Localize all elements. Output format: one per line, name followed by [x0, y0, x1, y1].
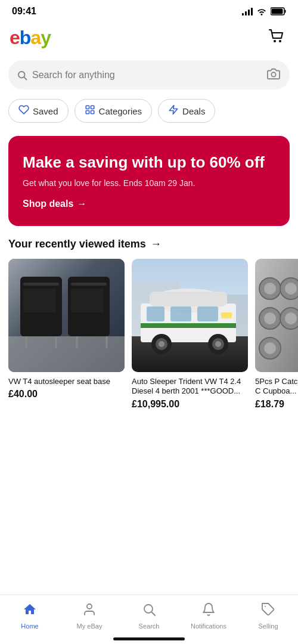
- svg-rect-9: [91, 106, 94, 109]
- deals-label: Deals: [182, 106, 205, 116]
- list-item[interactable]: 5Pcs P Catch C Cupboa... £18.79: [255, 259, 298, 410]
- status-time: 09:41: [12, 6, 36, 17]
- logo-e: e: [10, 27, 20, 48]
- item-image: [8, 259, 125, 372]
- svg-rect-8: [86, 106, 89, 109]
- shop-deals-label: Shop deals: [23, 199, 73, 209]
- header: ebay: [0, 20, 298, 55]
- item-price: £40.00: [8, 389, 125, 400]
- svg-point-46: [264, 283, 276, 295]
- recently-viewed-header: Your recently viewed items →: [0, 238, 298, 259]
- promo-subtext: Get what you love for less. Ends 10am 29…: [23, 178, 275, 188]
- recently-viewed-items: VW T4 autosleeper seat base £40.00: [0, 259, 298, 422]
- svg-rect-11: [91, 111, 94, 114]
- svg-point-3: [274, 40, 276, 42]
- categories-button[interactable]: Categories: [74, 99, 153, 123]
- item-image: [132, 259, 248, 372]
- camera-button[interactable]: [266, 66, 281, 83]
- cart-button[interactable]: [265, 25, 288, 51]
- item-image: [255, 259, 298, 372]
- list-item[interactable]: VW T4 autosleeper seat base £40.00: [8, 259, 125, 410]
- svg-line-6: [24, 77, 26, 79]
- search-bar[interactable]: [8, 60, 290, 89]
- promo-banner: Make a saving with up to 60% off Get wha…: [8, 136, 290, 226]
- list-item[interactable]: Auto Sleeper Trident VW T4 2.4 Diesel 4 …: [132, 259, 248, 410]
- svg-point-48: [285, 283, 297, 295]
- arrow-right-icon: →: [77, 199, 86, 209]
- search-input[interactable]: [32, 70, 261, 80]
- camera-icon: [267, 67, 280, 80]
- heart-icon: [18, 104, 29, 117]
- home-indicator: [113, 637, 185, 640]
- svg-rect-18: [23, 283, 59, 286]
- section-arrow-icon: →: [151, 238, 162, 250]
- promo-headline: Make a saving with up to 60% off: [23, 153, 275, 172]
- status-bar: 09:41: [0, 0, 298, 20]
- item-title: 5Pcs P Catch C Cupboa...: [255, 377, 298, 397]
- svg-rect-34: [170, 306, 191, 321]
- search-nav-label: Search: [139, 623, 160, 630]
- logo-y: y: [41, 27, 51, 48]
- svg-point-54: [264, 342, 276, 354]
- status-icons: [242, 7, 286, 16]
- quick-links: Saved Categories Deals: [0, 97, 298, 131]
- bell-icon: [201, 602, 216, 620]
- wifi-icon: [256, 7, 267, 16]
- svg-rect-1: [285, 10, 286, 13]
- item-price: £10,995.00: [132, 399, 248, 410]
- categories-label: Categories: [99, 106, 142, 116]
- signal-icon: [242, 7, 253, 16]
- partial-image: [255, 259, 298, 372]
- nav-notifications[interactable]: Notifications: [179, 600, 238, 632]
- search-icon: [17, 70, 27, 80]
- camper-image: [132, 259, 248, 372]
- svg-rect-32: [150, 292, 227, 306]
- selling-label: Selling: [258, 623, 278, 630]
- nav-home[interactable]: Home: [0, 600, 60, 632]
- nav-search[interactable]: Search: [119, 600, 179, 632]
- ebay-logo: ebay: [10, 27, 51, 49]
- svg-rect-19: [71, 283, 107, 286]
- notifications-label: Notifications: [191, 623, 226, 630]
- bolt-icon: [168, 104, 179, 117]
- svg-rect-43: [221, 312, 232, 318]
- search-nav-icon: [142, 602, 156, 620]
- section-title: Your recently viewed items: [8, 238, 146, 250]
- svg-point-7: [271, 72, 275, 76]
- item-title: VW T4 autosleeper seat base: [8, 377, 125, 387]
- svg-rect-2: [272, 9, 283, 14]
- svg-point-42: [215, 341, 221, 347]
- tag-icon: [261, 602, 275, 620]
- svg-point-52: [285, 312, 297, 324]
- svg-rect-10: [86, 111, 89, 114]
- logo-a: a: [30, 27, 41, 48]
- myebay-label: My eBay: [77, 623, 103, 630]
- nav-myebay[interactable]: My eBay: [60, 600, 119, 632]
- cart-icon: [267, 27, 286, 47]
- svg-rect-36: [141, 323, 236, 328]
- home-icon: [23, 602, 37, 620]
- item-price: £18.79: [255, 399, 298, 410]
- bottom-nav: Home My eBay Search Notifications: [0, 595, 298, 644]
- svg-point-39: [159, 341, 164, 347]
- svg-point-55: [87, 604, 92, 609]
- svg-marker-12: [169, 106, 178, 114]
- svg-rect-20: [23, 289, 56, 312]
- saved-label: Saved: [33, 106, 58, 116]
- svg-line-57: [152, 612, 156, 616]
- grid-icon: [85, 104, 95, 117]
- shop-deals-button[interactable]: Shop deals →: [23, 199, 86, 209]
- logo-b: b: [20, 27, 31, 48]
- nav-selling[interactable]: Selling: [238, 600, 298, 632]
- deals-button[interactable]: Deals: [158, 99, 215, 123]
- item-title: Auto Sleeper Trident VW T4 2.4 Diesel 4 …: [132, 377, 248, 397]
- saved-button[interactable]: Saved: [8, 99, 69, 123]
- svg-point-50: [264, 312, 276, 324]
- svg-rect-21: [71, 289, 104, 312]
- person-icon: [82, 602, 97, 620]
- home-label: Home: [21, 623, 38, 630]
- vwt4-image: [8, 259, 125, 372]
- battery-icon: [271, 7, 286, 16]
- svg-rect-35: [197, 306, 218, 321]
- svg-point-4: [279, 40, 281, 42]
